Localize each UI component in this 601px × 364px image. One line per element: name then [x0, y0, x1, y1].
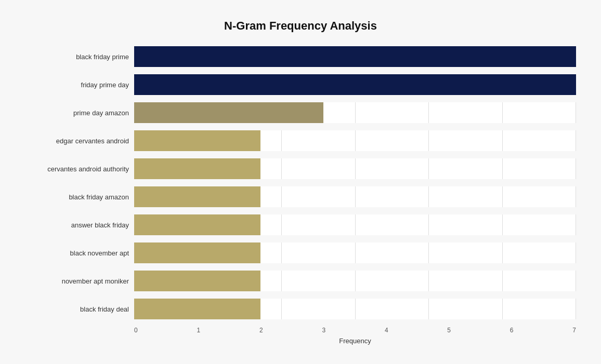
bar-row: black friday deal: [25, 295, 576, 322]
bar-wrapper: [134, 214, 576, 235]
bar-label: november apt moniker: [25, 277, 134, 285]
bar-label: black friday amazon: [25, 193, 134, 201]
bar-fill: [134, 214, 260, 235]
bar-row: answer black friday: [25, 211, 576, 238]
bar-wrapper: [134, 299, 576, 319]
bar-label: black november apt: [25, 249, 134, 257]
bar-label: answer black friday: [25, 221, 134, 229]
bar-fill: [134, 242, 260, 263]
bar-label: black friday prime: [25, 53, 134, 61]
bar-fill: [134, 158, 260, 179]
bar-wrapper: [134, 130, 576, 151]
bar-row: black friday prime: [25, 43, 576, 70]
chart-title: N-Gram Frequency Analysis: [25, 19, 576, 33]
bars-container: black friday primefriday prime dayprime …: [25, 43, 576, 322]
bar-label: black friday deal: [25, 305, 134, 313]
bar-fill: [134, 130, 260, 151]
bar-label: cervantes android authority: [25, 165, 134, 173]
x-axis-label: Frequency: [134, 337, 576, 345]
bar-wrapper: [134, 102, 576, 123]
bar-fill: [134, 271, 260, 291]
bar-label: friday prime day: [25, 81, 134, 89]
chart-container: N-Gram Frequency Analysis black friday p…: [15, 9, 586, 355]
bar-fill: [134, 102, 323, 123]
bar-row: black friday amazon: [25, 183, 576, 210]
bar-row: edgar cervantes android: [25, 127, 576, 154]
bar-wrapper: [134, 46, 576, 67]
bar-fill: [134, 46, 576, 67]
bar-row: cervantes android authority: [25, 155, 576, 182]
bar-fill: [134, 299, 260, 319]
bar-fill: [134, 74, 576, 95]
bar-wrapper: [134, 271, 576, 291]
bar-fill: [134, 186, 260, 207]
bar-row: black november apt: [25, 239, 576, 266]
bar-wrapper: [134, 158, 576, 179]
bar-wrapper: [134, 242, 576, 263]
bar-label: edgar cervantes android: [25, 137, 134, 145]
bar-wrapper: [134, 74, 576, 95]
bar-row: friday prime day: [25, 71, 576, 98]
bar-row: november apt moniker: [25, 267, 576, 294]
x-axis: 01234567 Frequency: [25, 325, 576, 345]
bar-row: prime day amazon: [25, 99, 576, 126]
bar-wrapper: [134, 186, 576, 207]
bar-label: prime day amazon: [25, 109, 134, 117]
